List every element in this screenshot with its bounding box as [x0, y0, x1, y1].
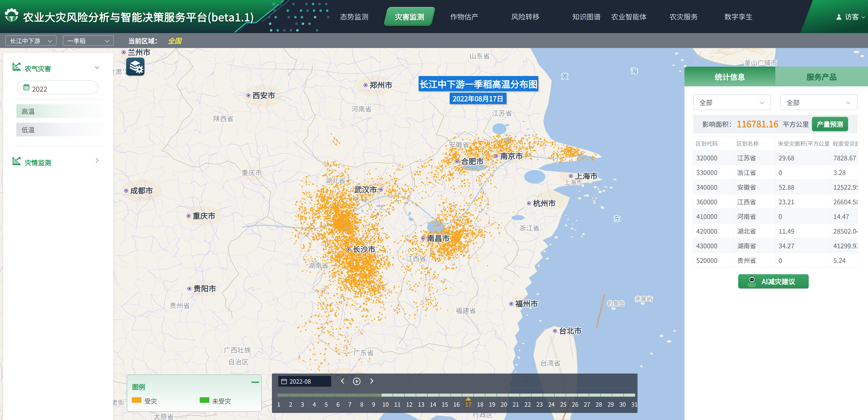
svg-text:陕西省: 陕西省 [213, 113, 234, 123]
svg-text:杭州市: 杭州市 [533, 197, 556, 208]
svg-text:成都市: 成都市 [130, 185, 153, 196]
svg-text:贵阳市: 贵阳市 [193, 282, 216, 294]
svg-text:老街: 老街 [112, 397, 124, 407]
svg-text:湖北省: 湖北省 [325, 175, 346, 185]
svg-text:浙江省: 浙江省 [519, 223, 540, 233]
svg-text:台北市: 台北市 [559, 325, 582, 336]
svg-text:自治区: 自治区 [228, 357, 249, 366]
svg-text:湖南省: 湖南省 [308, 260, 329, 270]
svg-text:江西省: 江西省 [406, 253, 427, 263]
svg-text:广西壮族: 广西壮族 [224, 345, 251, 355]
svg-text:福州市: 福州市 [515, 298, 538, 309]
svg-text:重庆市: 重庆市 [242, 168, 262, 177]
svg-text:黄: 黄 [561, 71, 568, 81]
svg-text:釜山广域市: 釜山广域市 [744, 58, 777, 67]
svg-text:河南省: 河南省 [351, 104, 372, 114]
svg-text:太原省: 太原省 [154, 412, 174, 420]
svg-text:长沙市: 长沙市 [353, 243, 375, 254]
svg-text:兰州市: 兰州市 [128, 48, 151, 57]
svg-text:重庆市: 重庆市 [193, 210, 215, 221]
svg-text:郑州市: 郑州市 [370, 79, 392, 90]
svg-text:钓鱼岛: 钓鱼岛 [608, 299, 625, 307]
svg-text:合肥市: 合肥市 [461, 155, 484, 167]
svg-text:赤尾屿: 赤尾屿 [635, 294, 653, 303]
svg-text:安徽省: 安徽省 [449, 140, 469, 149]
svg-text:西安市: 西安市 [252, 89, 275, 100]
svg-text:台湾省: 台湾省 [540, 358, 561, 368]
svg-text:南昌市: 南昌市 [427, 232, 450, 243]
svg-text:东: 东 [614, 213, 620, 223]
svg-text:上海市: 上海市 [564, 177, 582, 186]
svg-text:武汉市: 武汉市 [354, 184, 377, 195]
svg-text:南京市: 南京市 [500, 150, 523, 161]
svg-text:贵州省: 贵州省 [170, 300, 190, 310]
svg-text:福建省: 福建省 [456, 305, 476, 315]
svg-text:山东省: 山东省 [470, 51, 490, 61]
svg-text:广东省: 广东省 [353, 348, 374, 357]
svg-text:江苏省: 江苏省 [492, 108, 512, 118]
svg-text:海: 海 [631, 66, 638, 75]
